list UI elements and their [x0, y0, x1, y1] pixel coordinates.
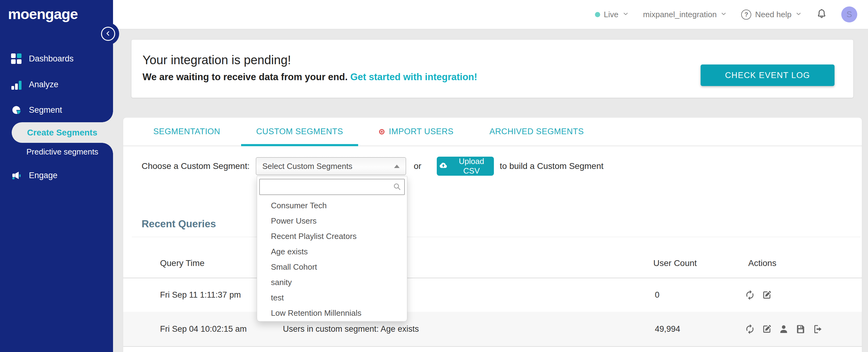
column-header-actions: Actions [748, 258, 776, 268]
segments-card: SEGMENTATION CUSTOM SEGMENTS IMPORT USER… [123, 118, 862, 352]
app-root: moengage Dashboards Analyze [0, 0, 868, 352]
tab-label: CUSTOM SEGMENTS [256, 127, 343, 136]
banner-message-text: We are waiting to receive data from your… [143, 71, 348, 82]
user-count-cell: 49,994 [655, 312, 680, 346]
megaphone-icon [11, 170, 22, 181]
help-menu[interactable]: ? Need help [741, 9, 802, 20]
table-row: Fri Sep 11 1:11:37 pm 0 [123, 278, 862, 312]
sidebar-item-label: Dashboards [29, 54, 74, 64]
dropdown-options: Consumer Tech Power Users Recent Playlis… [257, 198, 407, 321]
dropdown-option[interactable]: Consumer Tech [257, 198, 407, 213]
sidebar: moengage Dashboards Analyze [0, 0, 113, 352]
chevron-down-icon [622, 10, 629, 19]
row-actions [745, 278, 772, 312]
question-circle-icon: ? [741, 9, 751, 20]
get-started-link[interactable]: Get started with integration! [350, 71, 477, 82]
tab-label: IMPORT USERS [389, 127, 454, 136]
column-header-query-time: Query Time [160, 258, 205, 268]
query-time-cell: Fri Sep 11 1:11:37 pm [160, 278, 241, 312]
save-icon[interactable] [795, 324, 806, 334]
divider [123, 346, 862, 347]
column-header-user-count: User Count [653, 258, 697, 268]
custom-segments-dropdown: Consumer Tech Power Users Recent Playlis… [257, 176, 407, 322]
sidebar-item-label: Predictive segments [26, 147, 98, 157]
sidebar-collapse-button[interactable] [101, 27, 115, 41]
tab-custom-segments[interactable]: CUSTOM SEGMENTS [256, 118, 343, 146]
sidebar-item-label: Engage [29, 171, 57, 180]
export-icon[interactable] [812, 324, 823, 334]
workspace-name: mixpanel_integration [643, 10, 717, 19]
search-icon [393, 183, 401, 192]
build-custom-segment-text: to build a Custom Segment [500, 157, 603, 175]
dropdown-option[interactable]: Low Retention Millennials [257, 305, 407, 321]
edit-icon[interactable] [762, 324, 772, 334]
refresh-icon[interactable] [745, 324, 755, 334]
sidebar-item-label: Create Segments [27, 128, 97, 137]
banner-title: Your integration is pending! [143, 53, 291, 67]
tab-label: ARCHIVED SEGMENTS [490, 127, 584, 136]
sidebar-item-segment[interactable]: Segment [11, 103, 62, 117]
environment-selector[interactable]: Live [595, 10, 629, 19]
grid-icon [11, 54, 22, 64]
sidebar-item-analyze[interactable]: Analyze [11, 78, 58, 91]
sidebar-item-label: Segment [29, 105, 62, 115]
tab-import-users[interactable]: IMPORT USERS [379, 118, 454, 146]
workspace-selector[interactable]: mixpanel_integration [643, 10, 727, 19]
record-dot-icon [379, 129, 384, 134]
tab-segmentation[interactable]: SEGMENTATION [153, 118, 220, 146]
top-bar-right-cluster: Live mixpanel_integration ? Need help [595, 0, 857, 29]
dropdown-option[interactable]: Small Cohort [257, 259, 407, 275]
triangle-up-icon [394, 165, 400, 168]
user-avatar[interactable]: S [841, 6, 857, 23]
upload-csv-label: Upload CSV [451, 157, 492, 176]
notifications-button[interactable] [816, 8, 827, 21]
sidebar-item-label: Analyze [29, 80, 58, 89]
user-count-cell: 0 [655, 278, 659, 312]
live-status-dot-icon [595, 12, 600, 17]
edit-icon[interactable] [762, 290, 772, 300]
integration-pending-banner: Your integration is pending! We are wait… [131, 39, 854, 98]
user-icon[interactable] [778, 324, 789, 334]
dropdown-option[interactable]: Age exists [257, 244, 407, 259]
moengage-logo[interactable]: moengage [8, 5, 78, 23]
sidebar-item-engage[interactable]: Engage [11, 169, 57, 182]
choose-custom-segment-label: Choose a Custom Segment: [142, 157, 250, 175]
dropdown-option[interactable]: Power Users [257, 213, 407, 228]
top-bar: Live mixpanel_integration ? Need help [113, 0, 868, 30]
row-actions [745, 312, 823, 346]
cloud-upload-icon [439, 161, 448, 172]
sidebar-item-dashboards[interactable]: Dashboards [11, 52, 74, 65]
chevron-down-icon [795, 10, 802, 19]
query-time-cell: Fri Sep 04 10:02:15 am [160, 312, 247, 346]
dropdown-option[interactable]: Recent Playlist Creators [257, 228, 407, 244]
recent-queries-title: Recent Queries [142, 218, 216, 230]
environment-label: Live [604, 10, 619, 19]
check-event-log-button[interactable]: CHECK EVENT LOG [701, 64, 835, 86]
dropdown-option[interactable]: test [257, 290, 407, 305]
chevron-left-icon [104, 30, 112, 38]
divider [132, 237, 861, 237]
dropdown-option[interactable]: sanity [257, 275, 407, 290]
upload-csv-button[interactable]: Upload CSV [437, 157, 494, 176]
tab-archived-segments[interactable]: ARCHIVED SEGMENTS [490, 118, 584, 146]
search-input[interactable] [259, 179, 405, 195]
bar-chart-icon [11, 79, 22, 90]
or-text: or [414, 157, 422, 175]
bell-icon [816, 8, 827, 21]
avatar-initial: S [846, 10, 852, 19]
sidebar-item-create-segments[interactable]: Create Segments [12, 122, 113, 143]
help-label: Need help [755, 10, 792, 19]
refresh-icon[interactable] [745, 290, 755, 300]
select-value: Select Custom Segments [262, 162, 352, 171]
pie-chart-icon [11, 105, 22, 115]
tab-label: SEGMENTATION [153, 127, 220, 136]
segment-tabs: SEGMENTATION CUSTOM SEGMENTS IMPORT USER… [123, 118, 862, 146]
banner-message: We are waiting to receive data from your… [143, 71, 477, 83]
chevron-down-icon [720, 10, 727, 19]
custom-segment-select[interactable]: Select Custom Segments [256, 157, 406, 175]
table-row: Fri Sep 04 10:02:15 am Users in custom s… [123, 312, 862, 346]
sidebar-item-predictive-segments[interactable]: Predictive segments [26, 146, 98, 158]
